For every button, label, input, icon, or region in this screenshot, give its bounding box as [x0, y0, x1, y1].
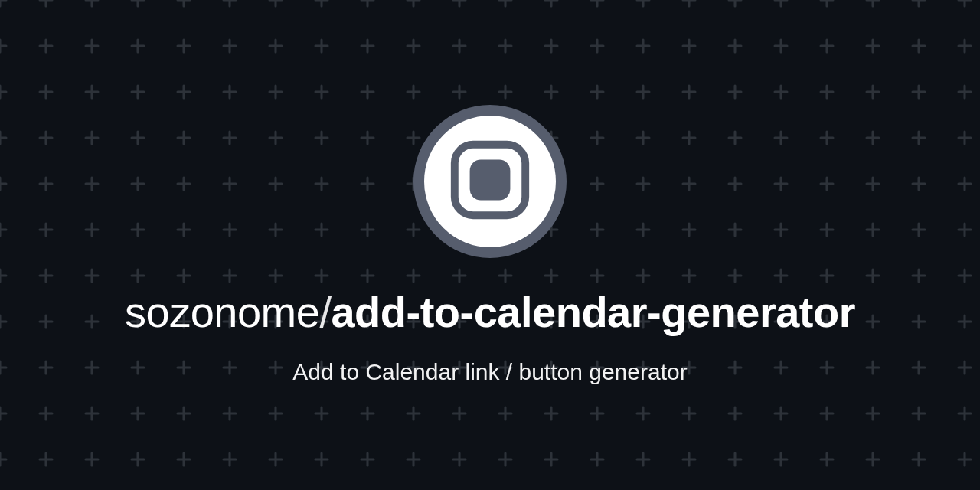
repo-owner: sozonome	[125, 288, 319, 336]
repo-name: add-to-calendar-generator	[331, 288, 855, 336]
repo-description: Add to Calendar link / button generator	[292, 359, 687, 385]
og-card: sozonome/add-to-calendar-generator Add t…	[0, 0, 980, 490]
project-avatar	[413, 105, 567, 258]
repo-separator: /	[319, 288, 331, 336]
rounded-square-icon	[448, 138, 532, 225]
svg-rect-1	[470, 160, 511, 201]
repo-title: sozonome/add-to-calendar-generator	[125, 289, 855, 336]
